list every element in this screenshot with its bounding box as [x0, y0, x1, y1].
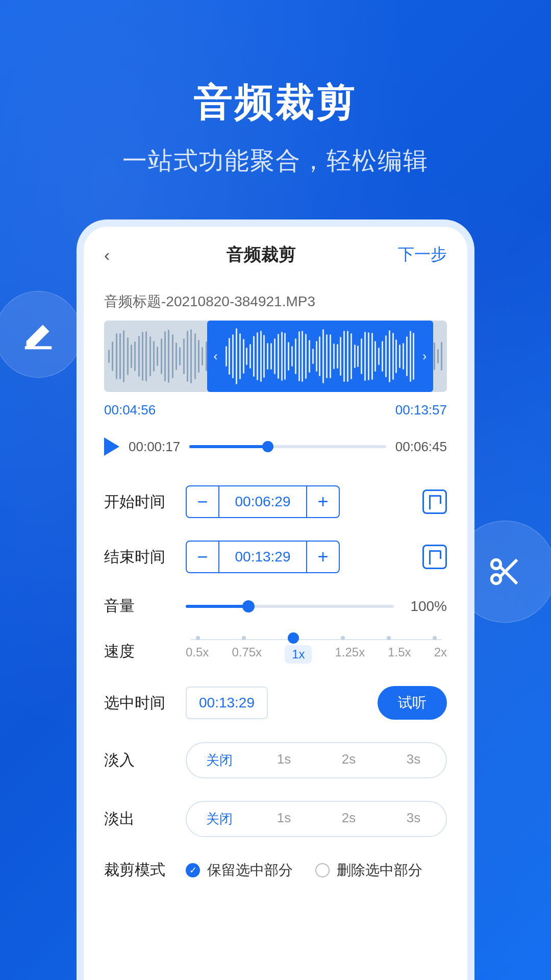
end-marker-icon[interactable]	[422, 545, 447, 569]
waveform-selection[interactable]: ‹ ›	[207, 321, 434, 392]
fade-out-segment: 关闭 1s 2s 3s	[186, 801, 447, 837]
hero-title: 音频裁剪	[0, 77, 551, 129]
mode-row: 裁剪模式 保留选中部分 删除选中部分	[104, 848, 447, 892]
end-time-stepper: − 00:13:29 +	[186, 541, 340, 573]
mode-remove-label: 删除选中部分	[337, 861, 422, 880]
preview-button[interactable]: 试听	[378, 686, 447, 720]
end-value[interactable]: 00:13:29	[219, 549, 306, 565]
fade-in-opt[interactable]: 1s	[252, 743, 316, 777]
selection-start: 00:04:56	[104, 402, 156, 418]
fade-in-row: 淡入 关闭 1s 2s 3s	[104, 731, 447, 790]
speed-opt[interactable]: 1.5x	[388, 645, 411, 664]
player-position: 00:00:17	[129, 439, 180, 455]
start-minus-button[interactable]: −	[187, 486, 219, 517]
fade-in-opt[interactable]: 关闭	[187, 743, 252, 777]
fade-in-opt[interactable]: 3s	[381, 743, 446, 777]
start-marker-icon[interactable]	[422, 489, 447, 514]
speed-opt[interactable]: 1.25x	[335, 645, 365, 664]
volume-percent: 100%	[410, 598, 447, 615]
player-total: 00:06:45	[395, 439, 447, 455]
fade-out-opt[interactable]: 3s	[381, 802, 446, 836]
start-time-stepper: − 00:06:29 +	[186, 485, 340, 518]
end-plus-button[interactable]: +	[306, 542, 339, 572]
end-time-row: 结束时间 − 00:13:29 +	[104, 529, 447, 584]
phone-mockup: ‹ 音频裁剪 下一步 音频标题-20210820-384921.MP3 ‹ › …	[77, 219, 474, 980]
file-name: 音频标题-20210820-384921.MP3	[104, 277, 447, 321]
selection-handle-left[interactable]: ‹	[207, 321, 224, 392]
selection-timestamps: 00:04:56 00:13:57	[104, 399, 447, 432]
start-plus-button[interactable]: +	[306, 486, 339, 517]
end-label: 结束时间	[104, 547, 176, 568]
speed-label: 速度	[104, 641, 176, 662]
fade-out-label: 淡出	[104, 808, 176, 829]
edit-float-icon	[0, 291, 82, 378]
player-track[interactable]	[189, 445, 386, 448]
speed-opt[interactable]: 0.75x	[232, 645, 262, 664]
mode-remove-radio[interactable]	[315, 863, 330, 877]
next-button[interactable]: 下一步	[398, 243, 447, 266]
mode-label: 裁剪模式	[104, 860, 176, 880]
speed-opt-selected[interactable]: 1x	[285, 645, 312, 664]
volume-row: 音量 100%	[104, 584, 447, 628]
selected-time-value[interactable]: 00:13:29	[186, 687, 268, 719]
selected-time-label: 选中时间	[104, 693, 176, 714]
back-button[interactable]: ‹	[104, 245, 124, 265]
speed-row: 速度 0.5x 0.75x 1x 1.25x 1.5x 2x	[104, 628, 447, 675]
mode-keep-label: 保留选中部分	[207, 861, 293, 880]
hero: 音频裁剪 一站式功能聚合，轻松编辑	[0, 0, 551, 177]
selection-end: 00:13:57	[395, 402, 447, 418]
end-minus-button[interactable]: −	[187, 542, 219, 572]
mode-keep-radio[interactable]	[186, 863, 200, 877]
speed-slider[interactable]: 0.5x 0.75x 1x 1.25x 1.5x 2x	[186, 639, 447, 664]
volume-label: 音量	[104, 596, 176, 617]
player-row: 00:00:17 00:06:45	[104, 432, 447, 474]
play-button[interactable]	[104, 437, 119, 456]
navbar: ‹ 音频裁剪 下一步	[104, 241, 447, 277]
nav-title: 音频裁剪	[227, 243, 296, 266]
selected-time-row: 选中时间 00:13:29 试听	[104, 675, 447, 731]
fade-out-opt[interactable]: 2s	[316, 802, 381, 836]
start-time-row: 开始时间 − 00:06:29 +	[104, 474, 447, 529]
fade-out-opt[interactable]: 关闭	[187, 802, 252, 836]
fade-out-opt[interactable]: 1s	[252, 802, 316, 836]
fade-in-segment: 关闭 1s 2s 3s	[186, 742, 447, 778]
start-label: 开始时间	[104, 492, 176, 512]
volume-slider[interactable]	[186, 605, 394, 608]
hero-subtitle: 一站式功能聚合，轻松编辑	[0, 144, 551, 177]
selection-handle-right[interactable]: ›	[416, 321, 433, 392]
fade-in-opt[interactable]: 2s	[316, 743, 381, 777]
fade-out-row: 淡出 关闭 1s 2s 3s	[104, 790, 447, 848]
waveform[interactable]: ‹ ›	[104, 321, 447, 392]
speed-opt[interactable]: 0.5x	[186, 645, 209, 664]
fade-in-label: 淡入	[104, 750, 176, 771]
start-value[interactable]: 00:06:29	[219, 494, 306, 510]
speed-opt[interactable]: 2x	[434, 645, 447, 664]
